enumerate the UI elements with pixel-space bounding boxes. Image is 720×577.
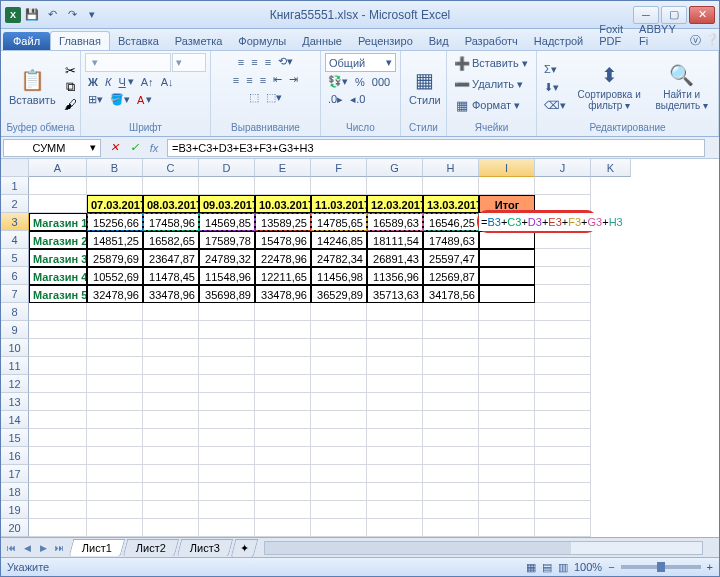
cell[interactable]: 13.03.2017 xyxy=(423,195,479,213)
cell[interactable]: 17589,78 xyxy=(199,231,255,249)
cell[interactable]: 09.03.2017 xyxy=(199,195,255,213)
cell[interactable]: 33478,96 xyxy=(143,285,199,303)
cell[interactable] xyxy=(423,177,479,195)
cell[interactable] xyxy=(535,501,591,519)
grow-font-icon[interactable]: A↑ xyxy=(138,73,157,90)
tab-foxit[interactable]: Foxit PDF xyxy=(591,20,631,50)
cell[interactable] xyxy=(311,303,367,321)
cell[interactable] xyxy=(87,429,143,447)
cell[interactable] xyxy=(199,483,255,501)
cell[interactable] xyxy=(29,321,87,339)
col-header[interactable]: D xyxy=(199,159,255,177)
cell[interactable] xyxy=(87,501,143,519)
cell[interactable]: 15478,96 xyxy=(255,231,311,249)
cell[interactable]: 18111,54 xyxy=(367,231,423,249)
cell[interactable]: 25879,69 xyxy=(87,249,143,267)
cell[interactable]: 17489,63 xyxy=(423,231,479,249)
row-header[interactable]: 20 xyxy=(1,519,29,537)
percent-icon[interactable]: % xyxy=(352,73,368,90)
cell[interactable] xyxy=(143,177,199,195)
help-icon[interactable]: ❔ xyxy=(705,33,719,48)
zoom-level[interactable]: 100% xyxy=(574,561,602,573)
cell[interactable] xyxy=(535,411,591,429)
cell[interactable]: 24782,34 xyxy=(311,249,367,267)
tab-view[interactable]: Вид xyxy=(421,32,457,50)
cell[interactable] xyxy=(367,177,423,195)
cell[interactable] xyxy=(479,285,535,303)
cell[interactable] xyxy=(423,465,479,483)
cell[interactable] xyxy=(143,411,199,429)
cell[interactable] xyxy=(199,375,255,393)
cell[interactable] xyxy=(535,465,591,483)
cell[interactable] xyxy=(255,393,311,411)
autosum-icon[interactable]: Σ▾ xyxy=(541,61,569,78)
cell[interactable] xyxy=(87,519,143,537)
row-header[interactable]: 2 xyxy=(1,195,29,213)
cell[interactable] xyxy=(143,501,199,519)
cell[interactable]: 15256,66 xyxy=(87,213,143,231)
cell[interactable] xyxy=(199,177,255,195)
cell[interactable] xyxy=(87,303,143,321)
delete-cells-button[interactable]: ➖Удалить ▾ xyxy=(451,74,526,94)
cell[interactable] xyxy=(479,519,535,537)
qat-more-icon[interactable]: ▾ xyxy=(83,6,101,24)
cell[interactable] xyxy=(29,411,87,429)
cell[interactable] xyxy=(29,519,87,537)
cell[interactable] xyxy=(367,303,423,321)
fill-icon[interactable]: ⬇▾ xyxy=(541,79,569,96)
cell[interactable]: 10.03.2017 xyxy=(255,195,311,213)
cell[interactable] xyxy=(423,429,479,447)
cell[interactable]: 26891,43 xyxy=(367,249,423,267)
cell[interactable] xyxy=(423,393,479,411)
cell[interactable] xyxy=(29,303,87,321)
cell[interactable] xyxy=(87,447,143,465)
align-right-icon[interactable]: ≡ xyxy=(257,71,269,88)
sheet-tab[interactable]: Лист2 xyxy=(123,539,180,556)
cell[interactable]: 11356,96 xyxy=(367,267,423,285)
comma-icon[interactable]: 000 xyxy=(369,73,393,90)
cell[interactable]: 16546,25 xyxy=(423,213,479,231)
cell[interactable] xyxy=(29,177,87,195)
cell[interactable] xyxy=(479,501,535,519)
cell[interactable] xyxy=(255,411,311,429)
cell[interactable] xyxy=(535,249,591,267)
cell[interactable]: 22478,96 xyxy=(255,249,311,267)
sort-filter-button[interactable]: ⬍Сортировка и фильтр ▾ xyxy=(572,61,646,113)
cell[interactable] xyxy=(535,429,591,447)
cell[interactable] xyxy=(311,339,367,357)
cell[interactable] xyxy=(29,357,87,375)
fill-color-button[interactable]: 🪣▾ xyxy=(107,91,133,108)
row-header[interactable]: 1 xyxy=(1,177,29,195)
cell[interactable] xyxy=(479,483,535,501)
cell[interactable] xyxy=(479,465,535,483)
styles-button[interactable]: ▦Стили xyxy=(405,66,445,108)
cell[interactable]: 35698,89 xyxy=(199,285,255,303)
cell[interactable] xyxy=(423,321,479,339)
cell[interactable]: 16589,63 xyxy=(367,213,423,231)
font-color-button[interactable]: A▾ xyxy=(134,91,155,108)
namebox-dropdown-icon[interactable]: ▾ xyxy=(90,141,96,154)
cell[interactable]: 36529,89 xyxy=(311,285,367,303)
cell[interactable] xyxy=(255,303,311,321)
cell[interactable] xyxy=(479,321,535,339)
cancel-formula-icon[interactable]: ✕ xyxy=(105,139,123,157)
close-button[interactable]: ✕ xyxy=(689,6,715,24)
cell[interactable] xyxy=(143,465,199,483)
cell[interactable]: 23647,87 xyxy=(143,249,199,267)
row-header[interactable]: 18 xyxy=(1,483,29,501)
tab-review[interactable]: Рецензиро xyxy=(350,32,421,50)
cell[interactable] xyxy=(311,447,367,465)
cell[interactable] xyxy=(479,303,535,321)
inc-decimal-icon[interactable]: .0▸ xyxy=(325,91,346,108)
cell[interactable]: 07.03.2017 xyxy=(87,195,143,213)
format-cells-button[interactable]: ▦Формат ▾ xyxy=(451,95,523,115)
cell[interactable]: 11456,98 xyxy=(311,267,367,285)
cell[interactable] xyxy=(535,519,591,537)
clear-icon[interactable]: ⌫▾ xyxy=(541,97,569,114)
tab-abbyy[interactable]: ABBYY Fi xyxy=(631,20,684,50)
active-cell[interactable]: =B3+C3+D3+E3+F3+G3+H3 xyxy=(479,213,591,231)
ribbon-minimize-icon[interactable]: ⓥ xyxy=(690,33,701,48)
cell[interactable] xyxy=(367,357,423,375)
tab-file[interactable]: Файл xyxy=(3,32,50,50)
cell[interactable] xyxy=(423,411,479,429)
